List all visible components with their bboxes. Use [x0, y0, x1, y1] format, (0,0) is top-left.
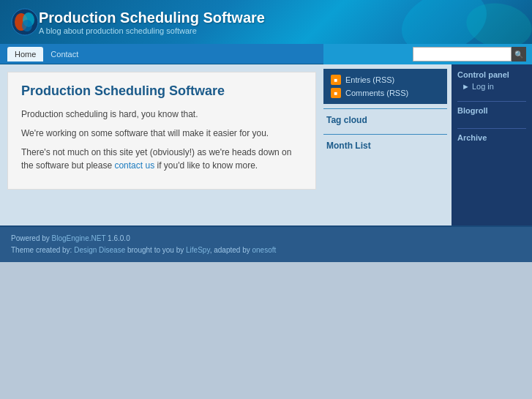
month-list-heading: Month List	[326, 141, 444, 151]
article-para1: Production scheduling is hard, you know …	[21, 108, 302, 121]
site-subtitle: A blog about production scheduling softw…	[39, 26, 265, 35]
site-footer: Powered by BlogEngine.NET 1.6.0.0 Theme …	[0, 225, 532, 262]
nav-home[interactable]: Home	[7, 47, 43, 61]
bottom-background	[0, 262, 532, 399]
site-title: Production Scheduling Software	[39, 10, 265, 26]
search-input[interactable]	[413, 47, 512, 61]
article-title: Production Scheduling Software	[21, 83, 302, 99]
main-content-area: Production Scheduling Software Productio…	[0, 64, 532, 225]
blogroll-heading: Blogroll	[457, 106, 526, 115]
sidebar-right: Control panel ► Log in Blogroll Archive	[452, 64, 532, 225]
control-panel-heading: Control panel	[457, 70, 526, 79]
main-nav: Home Contact	[0, 44, 323, 64]
para3-text-after: if you'd like to know more.	[157, 160, 258, 171]
nav-contact[interactable]: Contact	[43, 47, 86, 61]
tag-cloud-section: Tag cloud	[323, 108, 447, 134]
entries-feed[interactable]: ■ Entries (RSS)	[331, 75, 440, 85]
footer-line1: Powered by BlogEngine.NET 1.6.0.0	[11, 233, 521, 245]
login-link[interactable]: ► Log in	[457, 82, 526, 91]
entries-rss-link[interactable]: (RSS)	[372, 75, 394, 84]
header-text-block: Production Scheduling Software A blog ab…	[39, 10, 265, 35]
comments-label: Comments	[345, 89, 384, 97]
search-button[interactable]: 🔍	[512, 47, 526, 61]
article-para3: There's not much on this site yet (obvio…	[21, 146, 302, 172]
article-para2: We're working on some software that will…	[21, 127, 302, 140]
sidebar-center: ■ Entries (RSS) ■ Comments (RSS) Tag clo…	[323, 64, 452, 225]
comments-rss-link[interactable]: (RSS)	[386, 89, 408, 97]
tag-cloud-heading: Tag cloud	[326, 115, 444, 125]
archive-section: Archive	[457, 128, 526, 149]
article-box: Production Scheduling Software Productio…	[7, 72, 316, 190]
feed-icon-entries: ■	[331, 75, 341, 85]
svg-point-3	[22, 20, 32, 31]
archive-heading: Archive	[457, 133, 526, 142]
feed-icon-comments: ■	[331, 88, 341, 98]
entries-label: Entries	[345, 75, 370, 84]
search-bar-container: 🔍	[323, 44, 532, 64]
feed-box: ■ Entries (RSS) ■ Comments (RSS)	[323, 69, 447, 104]
contact-us-link[interactable]: contact us	[114, 160, 154, 171]
control-panel-section: Control panel ► Log in	[457, 70, 526, 95]
blogroll-section: Blogroll	[457, 101, 526, 122]
comments-feed[interactable]: ■ Comments (RSS)	[331, 88, 440, 98]
blogenginenet-link[interactable]: BlogEngine.NET	[52, 234, 106, 242]
month-list-section: Month List	[323, 134, 447, 160]
main-content: Production Scheduling Software Productio…	[0, 64, 323, 225]
para3-text-mid2: software but please	[36, 160, 112, 171]
site-logo	[11, 8, 39, 36]
footer-line2: Theme created by: Design Disease brought…	[11, 245, 521, 256]
site-header: Production Scheduling Software A blog ab…	[0, 0, 532, 44]
